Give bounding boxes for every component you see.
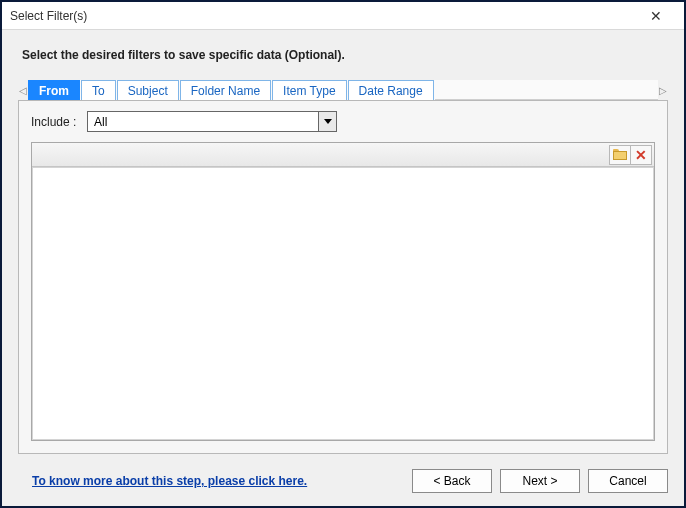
- footer: To know more about this step, please cli…: [2, 460, 684, 506]
- folder-icon: [613, 149, 627, 160]
- tab-label: From: [39, 84, 69, 98]
- content-area: Select the desired filters to save speci…: [2, 30, 684, 460]
- list-toolbar: ✕: [32, 143, 654, 167]
- delete-button[interactable]: ✕: [630, 145, 652, 165]
- tab-to[interactable]: To: [81, 80, 116, 100]
- close-icon: ✕: [650, 8, 662, 24]
- tab-label: To: [92, 84, 105, 98]
- tab-strip-filler: [435, 80, 658, 100]
- next-button[interactable]: Next >: [500, 469, 580, 493]
- tab-label: Item Type: [283, 84, 335, 98]
- tab-folder-name[interactable]: Folder Name: [180, 80, 271, 100]
- tab-scroll-left[interactable]: ◁: [18, 85, 28, 96]
- tab-label: Folder Name: [191, 84, 260, 98]
- dialog-window: Select Filter(s) ✕ Select the desired fi…: [0, 0, 686, 508]
- tab-strip: ◁ From To Subject Folder Name Item Type: [18, 80, 668, 100]
- titlebar: Select Filter(s) ✕: [2, 2, 684, 30]
- button-label: Next >: [522, 474, 557, 488]
- tab-from[interactable]: From: [28, 80, 80, 100]
- instruction-text: Select the desired filters to save speci…: [22, 48, 664, 62]
- tab-label: Date Range: [359, 84, 423, 98]
- button-label: < Back: [433, 474, 470, 488]
- button-label: Cancel: [609, 474, 646, 488]
- filter-list[interactable]: [32, 167, 654, 440]
- tab-subject[interactable]: Subject: [117, 80, 179, 100]
- filter-list-pane: ✕: [31, 142, 655, 441]
- close-button[interactable]: ✕: [636, 2, 676, 29]
- include-label: Include :: [31, 115, 87, 129]
- back-button[interactable]: < Back: [412, 469, 492, 493]
- tab-scroll-right[interactable]: ▷: [658, 85, 668, 96]
- tab-row: From To Subject Folder Name Item Type Da…: [28, 80, 658, 100]
- tab-item-type[interactable]: Item Type: [272, 80, 346, 100]
- include-selected-value: All: [88, 115, 318, 129]
- window-title: Select Filter(s): [10, 9, 636, 23]
- tab-label: Subject: [128, 84, 168, 98]
- cancel-button[interactable]: Cancel: [588, 469, 668, 493]
- help-link[interactable]: To know more about this step, please cli…: [32, 474, 404, 488]
- tab-date-range[interactable]: Date Range: [348, 80, 434, 100]
- browse-button[interactable]: [609, 145, 631, 165]
- include-row: Include : All: [31, 111, 655, 132]
- filter-panel: Include : All ✕: [18, 100, 668, 454]
- chevron-down-icon: [318, 112, 336, 131]
- include-combobox[interactable]: All: [87, 111, 337, 132]
- x-icon: ✕: [635, 148, 647, 162]
